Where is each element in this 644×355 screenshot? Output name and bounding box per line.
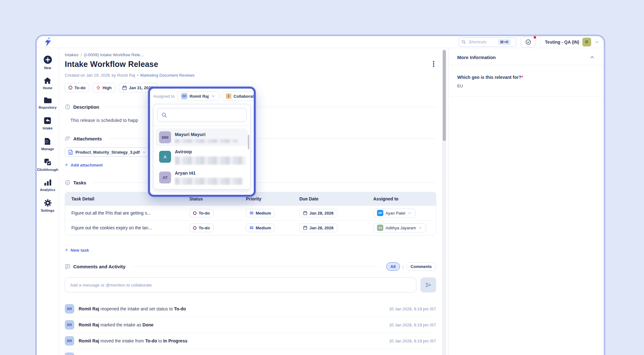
- sidebar: New Home Repository Intake: [37, 48, 59, 355]
- tasks-check-icon: [65, 180, 70, 185]
- more-options-button[interactable]: [431, 60, 436, 68]
- sidebar-item-new[interactable]: New: [43, 55, 53, 70]
- task-due-chip[interactable]: Jan 28, 2026: [299, 224, 337, 232]
- redacted-email: [175, 156, 246, 165]
- plus-circle-icon: [43, 55, 53, 64]
- sidebar-item-home[interactable]: Home: [43, 77, 53, 90]
- pill-separator: |: [402, 264, 404, 269]
- assignee-chip[interactable]: RR Romit Raj: [177, 91, 219, 101]
- sidebar-item-settings[interactable]: Settings: [41, 199, 54, 212]
- plus-icon: +: [65, 162, 68, 168]
- add-attachment-button[interactable]: + Add attachment: [65, 162, 103, 168]
- col-status: Status: [183, 196, 240, 201]
- meta-row: Created on Jan 19, 2026 by Romit Raj • M…: [65, 73, 436, 78]
- avatar: RR: [65, 352, 74, 355]
- title-row: Intake Workflow Release: [65, 60, 436, 69]
- task-detail[interactable]: Figure out all the PIIs that are getting…: [65, 210, 183, 216]
- task-detail[interactable]: Figure out the cookies expiry on the lan…: [65, 225, 183, 230]
- comment-icon: [65, 264, 70, 270]
- dropdown-scrollbar-thumb[interactable]: [248, 135, 249, 149]
- task-status-chip[interactable]: To-do: [189, 209, 214, 217]
- comment-input[interactable]: [65, 277, 416, 292]
- breadcrumb-separator: /: [81, 52, 82, 57]
- info-circle-icon: [65, 104, 70, 110]
- topbar-divider: [540, 36, 541, 48]
- bar-chart-icon: [44, 179, 52, 186]
- topbar: ⌘+K Testing - QA (IN) R: [37, 36, 604, 48]
- task-priority-chip[interactable]: Medium: [246, 224, 275, 232]
- chevron-up-icon[interactable]: [589, 54, 595, 60]
- send-button[interactable]: [420, 277, 436, 292]
- filter-all-button[interactable]: All: [386, 262, 400, 271]
- clickthrough-icon: [44, 158, 52, 166]
- collaborator-count-badge: 3: [226, 93, 231, 99]
- user-name: Aryan t41: [175, 171, 196, 176]
- new-task-label: New task: [71, 248, 89, 253]
- col-assigned-to: Assigned to: [367, 196, 436, 201]
- main-scrollbar[interactable]: [442, 49, 446, 355]
- breadcrumb-root[interactable]: Intakes: [65, 52, 79, 57]
- page-title: Intake Workflow Release: [65, 60, 158, 69]
- chevron-down-icon: [142, 150, 146, 154]
- filter-comments-button[interactable]: Comments: [406, 262, 436, 271]
- search-input[interactable]: [469, 40, 496, 44]
- redacted-email: [175, 178, 242, 185]
- user-option[interactable]: MM Mayuri Mayuri: [156, 128, 248, 146]
- assignee-avatar: RR: [181, 93, 187, 99]
- col-task-detail: Task Detail: [65, 196, 183, 201]
- home-icon: [43, 77, 52, 85]
- priority-chip[interactable]: High: [92, 83, 115, 92]
- assign-dropdown-overlay: Assigned to RR Romit Raj 3 Collaborator: [148, 87, 256, 197]
- task-assignee-chip[interactable]: AJAdithya Jayaram: [373, 223, 426, 232]
- description-heading: Description: [73, 104, 99, 110]
- task-due-chip[interactable]: Jan 28, 2026: [299, 209, 337, 217]
- sidebar-item-clickthrough[interactable]: Clickthrough: [37, 158, 58, 172]
- check-circle-icon: [525, 39, 531, 45]
- scrollbar-thumb[interactable]: [443, 50, 446, 141]
- notification-dot: [533, 36, 537, 39]
- more-information-panel: More Information Which geo is this relev…: [448, 48, 604, 355]
- activity-timestamp: 20 Jan 2026, 6:19 pm IST: [389, 323, 436, 327]
- sidebar-item-intake[interactable]: Intake: [43, 117, 53, 130]
- task-assignee-chip[interactable]: APAyan Patel: [373, 209, 415, 218]
- priority-high-icon: [96, 85, 100, 90]
- workspace-selector[interactable]: Testing - QA (IN) R: [545, 38, 599, 46]
- new-task-button[interactable]: + New task: [65, 247, 89, 253]
- comments-section: Comments and Activity All | Comments: [65, 262, 436, 355]
- task-row[interactable]: Figure out all the PIIs that are getting…: [65, 205, 436, 220]
- sidebar-item-manage[interactable]: Manage: [41, 137, 54, 151]
- priority-medium-icon: [250, 227, 253, 229]
- global-search[interactable]: ⌘+K: [458, 37, 516, 47]
- todo-ring-icon: [69, 86, 72, 90]
- tasks-heading: Tasks: [73, 180, 86, 185]
- sidebar-item-repository[interactable]: Repository: [39, 97, 57, 109]
- attachment-file-chip[interactable]: Product_Maturity_Strategy_3.pdf: [65, 147, 150, 157]
- category-link[interactable]: Marketing Document Reviews: [140, 73, 195, 78]
- user-name: Mayuri Mayuri: [175, 132, 206, 137]
- user-option[interactable]: AT Aryan t41: [156, 167, 248, 188]
- calendar-icon: [303, 226, 307, 230]
- app-window: ⌘+K Testing - QA (IN) R: [35, 35, 605, 355]
- status-chip[interactable]: To-do: [65, 83, 89, 92]
- task-priority-chip[interactable]: Medium: [246, 209, 275, 217]
- todo-ring-icon: [193, 211, 197, 215]
- redacted-email: [175, 139, 238, 143]
- user-search[interactable]: [157, 108, 247, 122]
- user-option[interactable]: A Aviroop: [156, 146, 248, 167]
- notifications-button[interactable]: [521, 37, 536, 47]
- sidebar-item-analytics[interactable]: Analytics: [40, 179, 55, 192]
- assign-dropdown-panel: MM Mayuri Mayuri A Aviroop AT: [153, 104, 251, 189]
- created-by: by Romit Raj: [112, 73, 135, 78]
- calendar-icon: [303, 211, 307, 215]
- add-attachment-label: Add attachment: [71, 163, 103, 167]
- avatar: RR: [65, 320, 74, 330]
- task-status-chip[interactable]: To-do: [189, 224, 214, 232]
- topbar-right-cluster: ⌘+K Testing - QA (IN) R: [458, 36, 604, 48]
- search-icon: [161, 112, 167, 118]
- todo-ring-icon: [193, 226, 197, 230]
- chevron-down-icon: [408, 211, 412, 215]
- user-search-input[interactable]: [170, 112, 242, 117]
- app-logo[interactable]: [37, 36, 59, 48]
- task-row[interactable]: Figure out the cookies expiry on the lan…: [65, 220, 436, 235]
- collaborators-chip[interactable]: 3 Collaborator: [222, 91, 256, 101]
